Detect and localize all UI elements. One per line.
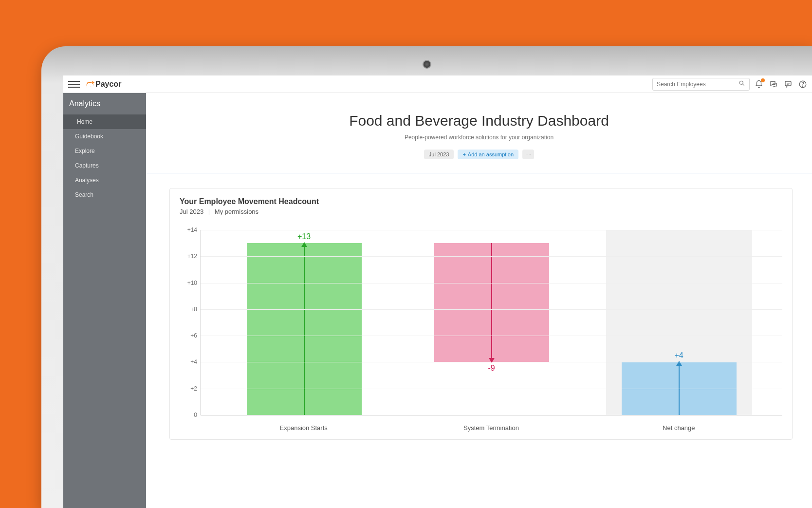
arrow-line-icon [304, 243, 305, 415]
dashboard-title: Food and Beverage Industry Dashboard [156, 113, 802, 129]
chart-bar-slot: +4 [611, 230, 747, 415]
chart-gridline [201, 336, 782, 336]
sidebar-title: Analytics [63, 93, 146, 114]
employee-movement-card: Your Employee Movement Headcount Jul 202… [169, 188, 793, 440]
search-employees-box[interactable] [652, 78, 750, 91]
chart-value-label: +4 [674, 351, 683, 360]
app-screen: Paycor [63, 75, 812, 508]
add-assumption-label: Add an assumption [468, 151, 514, 157]
chart-y-tick: +4 [180, 358, 197, 365]
device-camera [423, 60, 431, 69]
card-title: Your Employee Movement Headcount [180, 197, 782, 206]
hamburger-menu-icon[interactable] [68, 78, 80, 90]
chart-gridline [201, 389, 782, 389]
topbar-icons [755, 80, 807, 89]
dashboard-chips: Jul 2023 +Add an assumption ··· [156, 150, 802, 159]
notifications-bell-icon[interactable] [755, 80, 763, 89]
chart-x-label: System Termination [423, 424, 559, 432]
sidebar-item-search[interactable]: Search [63, 188, 146, 202]
chart-gridline [201, 230, 782, 230]
sidebar-item-analyses[interactable]: Analyses [63, 173, 146, 188]
search-icon[interactable] [738, 80, 745, 88]
sidebar-item-label: Search [75, 191, 93, 198]
chart-x-label: Expansion Starts [236, 424, 372, 432]
sidebar-item-label: Analyses [75, 177, 99, 184]
add-assumption-button[interactable]: +Add an assumption [458, 150, 518, 159]
search-input[interactable] [657, 81, 738, 88]
chart-y-tick: 0 [180, 412, 197, 418]
sidebar-item-explore[interactable]: Explore [63, 144, 146, 158]
chart-x-label: Net change [610, 424, 747, 432]
sidebar-item-home[interactable]: Home [63, 114, 146, 129]
card-scope: My permissions [215, 208, 258, 215]
svg-rect-2 [785, 81, 791, 86]
chart-y-tick: +2 [180, 385, 197, 392]
chart-bar-slot: +13 [236, 230, 372, 415]
notification-badge-icon [761, 78, 765, 82]
chart-y-tick: +12 [180, 253, 197, 260]
brand-logo[interactable]: Paycor [86, 80, 121, 89]
chart-plot-area: +13-9+4 [200, 230, 782, 415]
svg-point-6 [802, 86, 803, 86]
card-period: Jul 2023 [180, 208, 203, 215]
messages-icon[interactable] [769, 80, 778, 89]
feedback-icon[interactable] [784, 80, 793, 89]
topbar: Paycor [63, 75, 812, 93]
sidebar-items: Home Guidebook Explore Captures Analyses… [63, 114, 146, 202]
plus-icon: + [462, 151, 465, 157]
card-subtitle: Jul 2023 | My permissions [180, 208, 782, 215]
dashboard-subtitle: People-powered workforce solutions for y… [156, 134, 802, 141]
sidebar-item-guidebook[interactable]: Guidebook [63, 129, 146, 144]
brand-name: Paycor [95, 80, 121, 89]
dashboard-header: Food and Beverage Industry Dashboard Peo… [146, 93, 812, 168]
chart-bar-slot: -9 [424, 230, 560, 415]
device-frame: Paycor [41, 46, 812, 508]
chart-y-tick: +10 [180, 280, 197, 286]
chart-y-tick: +14 [180, 226, 197, 233]
date-chip[interactable]: Jul 2023 [424, 150, 454, 159]
arrow-head-icon [301, 242, 307, 247]
chart-gridline [201, 415, 782, 415]
chart-y-tick: +6 [180, 332, 197, 339]
sidebar-item-label: Home [77, 118, 92, 125]
separator-icon: | [208, 208, 210, 215]
chart-x-labels: Expansion StartsSystem TerminationNet ch… [200, 424, 782, 432]
chart-gridline [201, 256, 782, 257]
chart-value-label: +13 [297, 232, 311, 241]
chart-gridline [201, 309, 782, 310]
chart-value-label: -9 [488, 364, 495, 373]
chart-y-axis: 0+2+4+6+8+10+12+14 [180, 230, 197, 415]
logo-swoosh-icon [85, 81, 94, 87]
help-icon[interactable] [798, 80, 807, 89]
sidebar: Analytics Home Guidebook Explore Capture… [63, 93, 146, 508]
arrow-line-icon [491, 243, 492, 362]
employee-movement-chart: 0+2+4+6+8+10+12+14 +13-9+4 Expansion Sta… [180, 230, 782, 439]
sidebar-item-label: Guidebook [75, 133, 103, 140]
main-content: Food and Beverage Industry Dashboard Peo… [146, 93, 812, 508]
chart-gridline [201, 362, 782, 362]
chart-y-tick: +8 [180, 306, 197, 313]
divider [146, 173, 812, 173]
svg-line-1 [743, 84, 744, 86]
sidebar-item-label: Captures [75, 162, 99, 169]
chart-bars: +13-9+4 [201, 230, 782, 415]
sidebar-item-captures[interactable]: Captures [63, 158, 146, 173]
svg-point-0 [739, 81, 743, 84]
sidebar-item-label: Explore [75, 148, 95, 154]
more-options-button[interactable]: ··· [522, 150, 534, 159]
chart-gridline [201, 283, 782, 283]
